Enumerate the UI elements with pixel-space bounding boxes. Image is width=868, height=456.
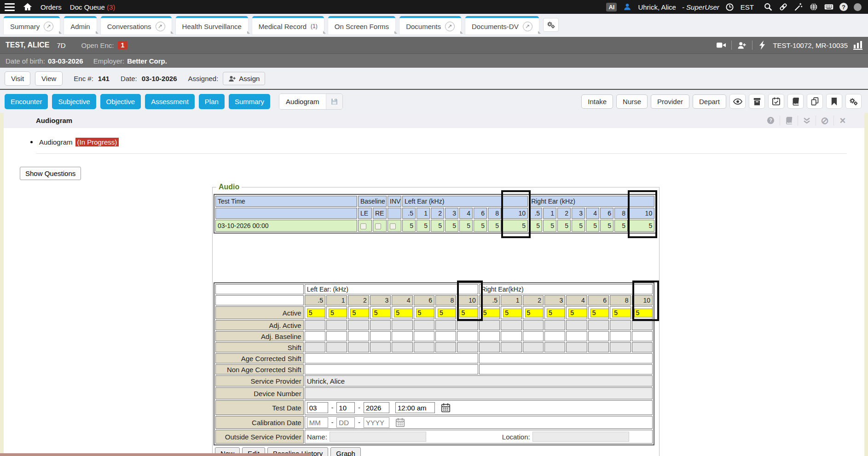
active-input[interactable] xyxy=(547,309,565,317)
active-cell[interactable] xyxy=(566,306,587,319)
calibration-calendar-icon[interactable] xyxy=(395,418,405,427)
active-cell[interactable] xyxy=(632,306,653,319)
home-icon[interactable] xyxy=(23,2,32,12)
active-input[interactable] xyxy=(568,309,587,317)
tab-conversations[interactable]: Conversations↗ xyxy=(101,16,172,35)
active-cell[interactable] xyxy=(435,306,456,319)
book-button[interactable] xyxy=(787,94,804,109)
active-input[interactable] xyxy=(394,309,412,317)
popout-icon[interactable]: ↗ xyxy=(156,22,165,31)
active-cell[interactable] xyxy=(457,306,478,319)
graph-button[interactable]: Graph xyxy=(330,447,361,456)
tab-documents[interactable]: Documents↗ xyxy=(399,16,461,35)
test-date-month-input[interactable] xyxy=(307,402,328,413)
calendar-check-button[interactable] xyxy=(768,94,784,109)
view-button[interactable]: View xyxy=(35,71,63,86)
objective-button[interactable]: Objective xyxy=(100,94,141,109)
test-time-input[interactable] xyxy=(395,402,435,413)
active-input[interactable] xyxy=(438,309,456,317)
hamburger-menu-icon[interactable] xyxy=(5,3,15,11)
active-cell[interactable] xyxy=(326,306,347,319)
panel-close-icon[interactable]: × xyxy=(833,116,851,126)
device-number-value[interactable] xyxy=(305,387,653,399)
visit-button[interactable]: Visit xyxy=(5,71,30,86)
tab-on-screen-forms[interactable]: On Screen Forms xyxy=(328,16,395,35)
active-cell[interactable] xyxy=(588,306,609,319)
le-checkbox[interactable] xyxy=(360,223,366,229)
video-call-icon[interactable] xyxy=(717,41,726,50)
popout-icon[interactable]: ↗ xyxy=(445,22,455,31)
nurse-button[interactable]: Nurse xyxy=(616,94,648,109)
popout-icon[interactable]: ↗ xyxy=(523,22,532,31)
ai-badge[interactable]: AI xyxy=(606,3,617,12)
panel-cancel-icon[interactable]: ⊘ xyxy=(816,116,833,126)
calibration-day-input[interactable] xyxy=(336,417,355,428)
help-icon[interactable]: ? xyxy=(839,3,848,11)
assessment-button[interactable]: Assessment xyxy=(145,94,195,109)
panel-book-icon[interactable] xyxy=(780,116,798,126)
summary-button[interactable]: Summary xyxy=(229,94,270,109)
active-cell[interactable] xyxy=(610,306,631,319)
assign-button[interactable]: Assign xyxy=(223,72,265,85)
test-date-day-input[interactable] xyxy=(336,402,355,413)
active-input[interactable] xyxy=(416,309,434,317)
active-input[interactable] xyxy=(350,309,369,317)
calibration-year-input[interactable] xyxy=(364,417,389,428)
bookmark-button[interactable] xyxy=(826,94,842,109)
wand-icon[interactable] xyxy=(794,2,803,12)
le-checkbox-cell[interactable] xyxy=(358,220,372,232)
active-cell[interactable] xyxy=(305,306,325,319)
active-input[interactable] xyxy=(525,309,544,317)
re-checkbox-cell[interactable] xyxy=(373,220,387,232)
provider-button[interactable]: Provider xyxy=(651,94,689,109)
active-input[interactable] xyxy=(612,309,631,317)
intake-button[interactable]: Intake xyxy=(581,94,613,109)
tab-documents-dv[interactable]: Documents-DV↗ xyxy=(465,16,539,35)
plan-button[interactable]: Plan xyxy=(199,94,225,109)
test-date-calendar-icon[interactable] xyxy=(441,403,451,413)
document-name[interactable]: Audiogram xyxy=(39,138,73,146)
active-input[interactable] xyxy=(481,309,500,317)
test-date-year-input[interactable] xyxy=(364,402,389,413)
active-input[interactable] xyxy=(590,309,609,317)
link-icon[interactable] xyxy=(779,2,788,12)
active-cell[interactable] xyxy=(348,306,369,319)
tab-admin[interactable]: Admin xyxy=(64,16,97,35)
panel-help-icon[interactable]: ? xyxy=(762,116,780,126)
active-input[interactable] xyxy=(372,309,391,317)
audio-result-row[interactable]: 03-10-2026 00:00 5 5 5 5 5 5 5 5 5 5 xyxy=(215,220,654,232)
globe-icon[interactable] xyxy=(809,2,818,12)
copy-button[interactable] xyxy=(807,94,823,109)
open-enc-count-badge[interactable]: 1 xyxy=(118,41,128,49)
show-questions-button[interactable]: Show Questions xyxy=(20,167,81,180)
assign-user-icon[interactable] xyxy=(737,41,746,50)
active-input[interactable] xyxy=(307,309,325,317)
active-cell[interactable] xyxy=(370,306,391,319)
encounter-button[interactable]: Encounter xyxy=(5,94,48,109)
search-icon[interactable] xyxy=(764,2,773,12)
active-input[interactable] xyxy=(634,309,653,317)
archive-button[interactable] xyxy=(749,94,765,109)
active-cell[interactable] xyxy=(414,306,434,319)
keyboard-icon[interactable] xyxy=(824,2,833,12)
active-cell[interactable] xyxy=(392,306,412,319)
popout-icon[interactable]: ↗ xyxy=(44,22,53,31)
active-input[interactable] xyxy=(329,309,347,317)
active-input[interactable] xyxy=(459,309,478,317)
save-icon[interactable] xyxy=(326,94,342,109)
calibration-month-input[interactable] xyxy=(307,417,328,428)
outside-location-input[interactable] xyxy=(532,432,629,442)
document-list-item[interactable]: Audiogram (In Progress) xyxy=(30,138,119,146)
user-name[interactable]: Uhrick, Alice xyxy=(638,3,676,11)
subjective-button[interactable]: Subjective xyxy=(52,94,96,109)
inv-checkbox[interactable] xyxy=(390,223,396,229)
depart-button[interactable]: Depart xyxy=(693,94,726,109)
tab-summary[interactable]: Summary↗ xyxy=(4,16,60,35)
doc-queue-menu-item[interactable]: Doc Queue (3) xyxy=(70,3,115,11)
lightning-icon[interactable] xyxy=(758,41,767,50)
tab-settings-button[interactable] xyxy=(543,18,559,32)
orders-menu-item[interactable]: Orders xyxy=(41,3,62,11)
active-cell[interactable] xyxy=(544,306,565,319)
re-checkbox[interactable] xyxy=(375,223,381,229)
active-cell[interactable] xyxy=(523,306,544,319)
